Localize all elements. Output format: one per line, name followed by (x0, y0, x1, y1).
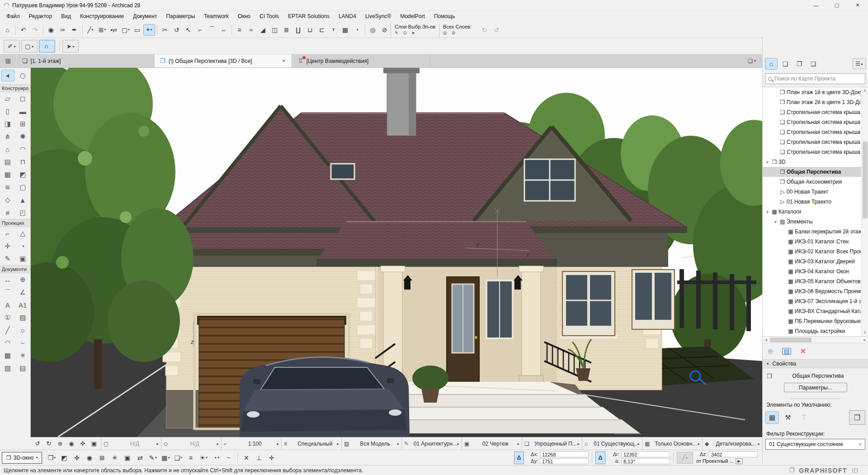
wall-tool[interactable]: ▱ (1, 93, 14, 104)
move-view-icon[interactable]: ✛ (266, 452, 278, 464)
renovation-filter-select[interactable]: 01 Существующее состояние ∨ (765, 439, 865, 450)
angle-dimension-tool[interactable]: ∠ (16, 286, 29, 298)
publisher-icon[interactable]: ❏ (807, 58, 820, 70)
scroll-right-icon[interactable]: ▸ (861, 337, 868, 343)
zone-tool[interactable]: ▲ (16, 194, 29, 206)
hscrollbar-thumb[interactable] (770, 337, 811, 342)
tab-3d-perspective[interactable]: ❒(!) Общая Перспектива [3D / Все]× (154, 54, 292, 67)
renovation-filter[interactable]: ⌂01 Существующ...▸ (582, 437, 642, 450)
column-tool[interactable]: ▯ (1, 105, 14, 117)
profile-edit-icon[interactable]: ⊏ (316, 24, 328, 36)
snap-points-icon[interactable]: ⌖▾ (143, 24, 155, 36)
map-item-rafter-5[interactable]: ❑Стропильная система крыша (763, 147, 868, 157)
map-item-path-01[interactable]: ▷01 Новая Траекто (763, 197, 868, 207)
walk-icon[interactable]: ✜ (78, 440, 88, 447)
arrow-tool[interactable]: ➤ (1, 70, 14, 81)
zoom-in-icon[interactable]: ⊕ (55, 440, 65, 447)
orientation-display[interactable]: ◇Н/Д▸ (161, 437, 221, 450)
shadows-icon[interactable]: ◩ (58, 452, 70, 464)
schedule-icon[interactable]: ▦ (340, 24, 351, 36)
trim-icon[interactable]: ⌐ (194, 24, 206, 36)
menu-window[interactable]: Окно (233, 11, 255, 22)
drawing-set[interactable]: ▣02 Чертеж▸ (462, 437, 522, 450)
menu-land4[interactable]: LAND4 (334, 11, 361, 22)
3d-viewport[interactable]: у x z (31, 68, 762, 437)
layers-icon[interactable]: ≡ (185, 452, 197, 464)
expander-icon[interactable]: ∨ (764, 209, 770, 214)
unlock-layer-icon[interactable]: ➤ (411, 30, 415, 36)
map-item-perspective[interactable]: ❒Общая Перспектива (763, 167, 868, 177)
morph-tool[interactable]: ◇ (1, 194, 14, 206)
fill-tool[interactable]: ▨ (16, 312, 29, 323)
search-input[interactable] (774, 76, 863, 82)
lamp-tool[interactable]: ✺ (16, 131, 29, 142)
tab-first-floor[interactable]: ❏[1. 1-й этаж] (16, 54, 154, 67)
profiles-icon[interactable]: ◫ (269, 24, 281, 36)
toolbar-separator[interactable] (82, 25, 83, 35)
door-tool[interactable]: ◨ (1, 118, 14, 130)
label-tool[interactable]: A1 (16, 299, 29, 311)
quickbar-separator[interactable] (59, 41, 60, 52)
panel-tool[interactable]: ◰ (16, 207, 29, 218)
view-settings-icon[interactable]: ❑▾ (172, 452, 184, 464)
delete-view-button[interactable]: ✕ (800, 347, 806, 356)
minimize-button[interactable]: — (806, 0, 826, 10)
map-item-pb[interactable]: ▦ПБ Перемычки брусковые 1 (763, 316, 868, 326)
map-item-ike-04[interactable]: ▦ИКЭ-04 Каталог Окон (763, 266, 868, 276)
pen-set[interactable]: ✎01 Архитектурн...▸ (401, 437, 462, 450)
show-all-layers-icon[interactable]: ◎ (443, 30, 447, 36)
menu-file[interactable]: Файл (2, 11, 24, 22)
beam-tool[interactable]: ▬ (16, 105, 29, 117)
split-icon[interactable]: ✂ (159, 24, 171, 36)
dimension-tool[interactable]: ↔ (1, 274, 14, 285)
stretch-icon[interactable]: ↖ (183, 24, 194, 36)
graphic-override[interactable]: ❏Упрощенный П...▸ (522, 437, 582, 450)
composites-icon[interactable]: ≡ (234, 24, 245, 36)
resize-icon[interactable]: ⇔ (218, 24, 230, 36)
graphisoft-id-group[interactable]: ❐ GRAPHISOFT ID (789, 467, 864, 474)
fillet-icon[interactable]: ⌒ (206, 24, 218, 36)
menu-eptar[interactable]: EPTAR Solutions (283, 11, 334, 22)
rebuild-all-icon[interactable]: ↺ (491, 24, 502, 36)
map-item-catalogs[interactable]: ∨▦Каталоги (763, 207, 868, 217)
tree-horizontal-scrollbar[interactable]: ◂ ▸ (763, 337, 868, 343)
camera-tool[interactable]: ▣ (16, 253, 29, 265)
raster-icon[interactable]: ▦▾ (160, 452, 171, 464)
marker-icon[interactable]: ✳ (109, 452, 121, 464)
reference-arrow-icon[interactable]: ▶ (736, 458, 743, 464)
toolbox-section-label[interactable]: Конструиро (0, 84, 30, 92)
zoom-level-display[interactable]: ▢Н/Д▸ (101, 437, 161, 450)
close-button[interactable]: ✕ (847, 0, 868, 10)
map-item-beams-2[interactable]: ▦Балки перекрытия 2й этаж (763, 227, 868, 237)
partial-structure[interactable]: ▦Только Основн...▸ (642, 437, 702, 450)
undo-icon[interactable]: ↶ (18, 24, 29, 36)
magnet-icon[interactable]: ∩ (39, 40, 55, 52)
orbit-icon[interactable]: ◉ (66, 440, 76, 447)
toolbar-separator[interactable] (231, 25, 232, 35)
sun-icon[interactable]: ☀▾ (198, 452, 209, 464)
sync-icon[interactable]: ⇄ (134, 452, 146, 464)
expander-icon[interactable]: ∨ (764, 160, 770, 164)
menu-view[interactable]: Вид (57, 11, 75, 22)
level-dimension-tool[interactable]: ⊕ (16, 274, 29, 285)
map-item-rafter-4[interactable]: ❑Стропильная система крыша (763, 137, 868, 147)
guide-lines-icon[interactable]: ╱▾ (85, 24, 96, 36)
expander-icon[interactable]: ∨ (773, 219, 778, 224)
excavator-icon[interactable]: ⚒ (781, 411, 795, 424)
map-item-ike-06[interactable]: ▦ИКЭ-06 Ведомость Проемов (763, 286, 868, 296)
mesh-levels-icon[interactable]: ≣ (281, 24, 292, 36)
marquee-tool[interactable]: ▢ (16, 70, 29, 81)
properties-section-header[interactable]: ▾ Свойства (763, 359, 868, 368)
slant-icon[interactable]: ◢ (257, 24, 269, 36)
rebuild-icon[interactable]: ↻ (479, 24, 491, 36)
fit-view-icon[interactable]: ▣ (89, 440, 99, 447)
view-back-icon[interactable]: ↺ (33, 440, 42, 447)
angle-field[interactable]: 8,13° (621, 458, 670, 464)
map-item-path-00[interactable]: ▷00 Новая Траект (763, 187, 868, 197)
view-map-icon[interactable]: ❑ (779, 58, 792, 70)
object-tool[interactable]: ⋔ (1, 131, 14, 142)
menu-modelport[interactable]: ModelPort (396, 11, 429, 22)
monitor-icon[interactable]: ▣ (122, 452, 133, 464)
text-style-icon[interactable]: T (328, 24, 340, 36)
skylight-tool[interactable]: ◩ (16, 169, 29, 180)
